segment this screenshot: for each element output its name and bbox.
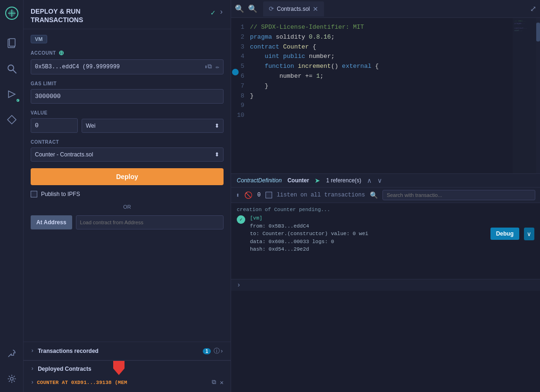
unit-select[interactable]: Wei ⬍: [82, 119, 224, 133]
transactions-title: Transactions recorded: [38, 348, 199, 354]
navigate-to-icon[interactable]: ➤: [315, 177, 320, 184]
console-entry-text: [vm] from: 0x5B3...eddC4 to: Counter.(co…: [250, 214, 486, 253]
search-icon[interactable]: [3, 60, 20, 77]
transactions-info-icon[interactable]: ⓘ: [214, 347, 220, 355]
environment-badge[interactable]: VM: [31, 35, 47, 43]
at-address-button[interactable]: At Address: [31, 215, 72, 229]
code-content[interactable]: // SPDX-License-Identifier: MIT pragma s…: [250, 18, 513, 173]
breakpoint-indicator: [232, 69, 239, 75]
status-bar: ContractDefinition Counter ➤ 1 reference…: [231, 173, 540, 187]
transactions-section[interactable]: › Transactions recorded 1 ⓘ ›: [24, 342, 231, 360]
svg-rect-3: [9, 39, 15, 46]
account-select[interactable]: 0x5B3...eddC4 (99.9999999 ⬍ ⧉ ✏: [31, 59, 224, 74]
edit-account-icon[interactable]: ✏: [216, 63, 219, 71]
left-panel: DEPLOY & RUN TRANSACTIONS ✓ › VM ACCOUNT…: [24, 0, 231, 392]
value-input[interactable]: [31, 118, 78, 133]
sidebar: ✓: [0, 0, 24, 392]
deploy-run-icon[interactable]: ✓: [3, 86, 20, 103]
line-numbers: 12345 678910: [231, 18, 250, 173]
download-indicator: [113, 361, 125, 375]
value-label: VALUE: [31, 110, 224, 115]
nav-down-icon[interactable]: ∨: [377, 177, 382, 184]
code-editor: 12345 678910 // SPDX-License-Identifier:…: [231, 18, 540, 173]
console-content: creation of Counter pending... ✓ [vm] fr…: [231, 203, 540, 279]
contract-select[interactable]: Counter - Contracts.sol ⬍: [31, 147, 224, 162]
settings-icon[interactable]: [3, 370, 20, 387]
unit-value: Wei: [86, 122, 95, 129]
contract-definition-label: ContractDefinition: [237, 177, 282, 184]
gas-limit-input[interactable]: [31, 89, 224, 104]
console-from: [vm] from: 0x5B3...eddC4: [250, 214, 486, 230]
transactions-expand-icon[interactable]: ›: [220, 348, 224, 355]
console-search-input[interactable]: [382, 190, 535, 200]
contract-row: CONTRACT Counter - Contracts.sol ⬍: [31, 139, 224, 162]
listen-checkbox[interactable]: [266, 192, 272, 198]
editor-scrollbar[interactable]: [536, 18, 540, 173]
svg-line-5: [13, 70, 16, 73]
console-search-icon[interactable]: 🔍: [370, 191, 378, 199]
references-count: 1 reference(s): [326, 177, 361, 184]
gas-limit-row: GAS LIMIT: [31, 81, 224, 104]
files-icon[interactable]: [3, 35, 20, 52]
panel-content: VM ACCOUNT ⊕ 0x5B3...eddC4 (99.9999999 ⬍…: [24, 29, 231, 342]
editor-expand-icon[interactable]: ⤢: [530, 4, 536, 14]
account-value: 0x5B3...eddC4 (99.9999999: [35, 64, 200, 70]
deployed-item-chevron-icon[interactable]: ›: [31, 379, 34, 386]
collapse-all-icon[interactable]: ⬍: [236, 191, 240, 199]
publish-row: Publish to IPFS: [31, 191, 224, 197]
contracts-sol-tab[interactable]: ⟳ Contracts.sol ✕: [263, 1, 324, 16]
remix-logo-icon[interactable]: [3, 5, 20, 22]
deployed-contracts-title: Deployed Contracts: [38, 366, 224, 372]
tab-label: Contracts.sol: [277, 6, 310, 12]
add-account-icon[interactable]: ⊕: [58, 49, 65, 57]
address-input[interactable]: [76, 215, 224, 229]
console-data: data: 0x608...00033 logs: 0: [250, 238, 486, 246]
check-icon: ✓: [211, 8, 216, 17]
panel-title: DEPLOY & RUN TRANSACTIONS: [31, 7, 83, 24]
zoom-out-icon[interactable]: 🔍: [235, 4, 244, 14]
zoom-in-icon[interactable]: 🔍: [248, 4, 258, 14]
no-entry-icon[interactable]: 🚫: [244, 191, 252, 199]
console-footer: ›: [231, 279, 540, 291]
account-label: ACCOUNT ⊕: [31, 49, 224, 57]
console-entry: ✓ [vm] from: 0x5B3...eddC4 to: Counter.(…: [237, 214, 534, 253]
remove-contract-icon[interactable]: ✕: [220, 379, 224, 386]
transactions-chevron-icon: ›: [31, 348, 34, 354]
diamond-icon[interactable]: [3, 111, 20, 128]
console-to: to: Counter.(constructor) value: 0 wei: [250, 230, 486, 238]
console-area: ⬍ 🚫 0 listen on all transactions 🔍 creat…: [231, 187, 540, 291]
svg-point-4: [8, 65, 14, 71]
value-row: VALUE Wei ⬍: [31, 110, 224, 133]
deployed-contracts-section: › Deployed Contracts › COUNTER AT 0XD91.…: [24, 360, 231, 392]
console-hash: hash: 0xd54...29e2d: [250, 245, 486, 253]
console-toolbar: ⬍ 🚫 0 listen on all transactions 🔍: [231, 188, 540, 203]
contract-value: Counter - Contracts.sol: [35, 151, 93, 158]
debug-expand-button[interactable]: ∨: [524, 228, 534, 240]
account-dropdown-arrow: ⬍: [204, 64, 208, 71]
at-address-row: At Address: [31, 215, 224, 229]
right-panel: 🔍 🔍 ⟳ Contracts.sol ✕ ⤢ 12345 678910 // …: [231, 0, 540, 392]
publish-label: Publish to IPFS: [41, 191, 80, 197]
copy-account-icon[interactable]: ⧉: [208, 63, 212, 71]
deployed-contract-address: COUNTER AT 0XD91...39138 (MEM: [37, 380, 209, 385]
unit-dropdown-arrow: ⬍: [215, 122, 219, 129]
contract-name-label: Counter: [287, 177, 309, 184]
console-expand-icon[interactable]: ›: [237, 281, 241, 289]
debug-button[interactable]: Debug: [490, 228, 519, 240]
tab-close-icon[interactable]: ✕: [313, 5, 318, 13]
pending-log: creation of Counter pending...: [237, 207, 534, 212]
deployed-contracts-header[interactable]: › Deployed Contracts: [24, 360, 231, 375]
minimap: // SPDX... pragma... contract... uint...: [513, 18, 536, 173]
svg-point-6: [10, 377, 13, 380]
panel-header: DEPLOY & RUN TRANSACTIONS ✓ ›: [24, 0, 231, 29]
nav-up-icon[interactable]: ∧: [367, 177, 372, 184]
gas-limit-label: GAS LIMIT: [31, 81, 224, 86]
copy-contract-icon[interactable]: ⧉: [212, 379, 216, 386]
publish-checkbox[interactable]: [31, 191, 37, 197]
tools-icon[interactable]: [3, 345, 20, 362]
expand-panel-icon[interactable]: ›: [219, 8, 224, 17]
editor-tabs: 🔍 🔍 ⟳ Contracts.sol ✕ ⤢: [231, 0, 540, 18]
listen-label: listen on all transactions: [277, 192, 365, 198]
transactions-badge: 1: [203, 348, 211, 354]
deploy-button[interactable]: Deploy: [31, 168, 224, 185]
